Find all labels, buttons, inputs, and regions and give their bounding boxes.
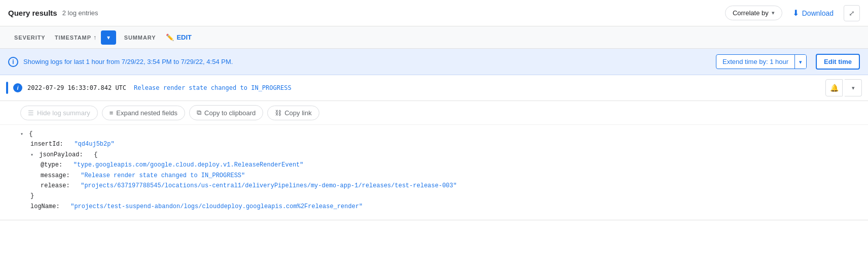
at-type-line: @type: "type.googleapis.com/google.cloud… — [20, 160, 860, 170]
insert-id-line: insertId: "qd4uj5b2p" — [20, 139, 860, 149]
edit-columns-button[interactable]: ✏️ EDIT — [161, 31, 197, 43]
log-name-line: logName: "projects/test-suspend-abandon/… — [20, 202, 860, 212]
edit-time-button[interactable]: Edit time — [816, 54, 860, 70]
message-line: message: "Release render state changed t… — [20, 171, 860, 181]
bookmark-icon: 🔔 — [830, 84, 839, 92]
link-icon: ⛓ — [275, 109, 281, 117]
expand-icon: ⤢ — [849, 9, 855, 17]
column-summary: SUMMARY — [124, 35, 156, 41]
expand-panel-button[interactable]: ⤢ — [844, 5, 860, 21]
extend-time-label[interactable]: Extend time by: 1 hour — [716, 55, 794, 69]
download-icon: ⬇ — [792, 8, 799, 18]
correlate-label: Correlate by — [733, 9, 769, 17]
copy-clipboard-button[interactable]: ⧉ Copy to clipboard — [189, 105, 263, 120]
column-severity: SEVERITY — [14, 35, 55, 41]
log-timestamp: 2022-07-29 16:33:07.842 UTC — [27, 84, 129, 91]
json-open-brace: ▾ { — [20, 129, 860, 139]
log-entry-row[interactable]: i 2022-07-29 16:33:07.842 UTC Release re… — [0, 75, 868, 101]
severity-info-icon: i — [13, 83, 22, 92]
info-banner-text: Showing logs for last 1 hour from 7/29/2… — [23, 58, 711, 65]
json-payload-line: ▾ jsonPayload: { — [20, 150, 860, 160]
download-label: Download — [802, 9, 834, 17]
extend-time-button[interactable]: Extend time by: 1 hour — [716, 54, 807, 69]
page-title: Query results — [8, 9, 57, 17]
info-banner: i Showing logs for last 1 hour from 7/29… — [0, 49, 868, 75]
json-payload-close: } — [20, 191, 860, 201]
correlate-by-button[interactable]: Correlate by — [725, 6, 782, 20]
column-timestamp: TIMESTAMP — [55, 34, 97, 41]
sort-asc-icon[interactable] — [93, 34, 97, 41]
hide-summary-button[interactable]: ☰ Hide log summary — [20, 106, 98, 120]
chevron-down-icon — [772, 10, 775, 16]
hide-summary-icon: ☰ — [28, 109, 34, 117]
log-action-buttons: 🔔 — [825, 79, 862, 96]
bookmark-button[interactable]: 🔔 — [825, 79, 843, 96]
edit-icon: ✏️ — [166, 34, 174, 41]
entry-dropdown-button[interactable] — [845, 79, 862, 96]
log-count: 2 log entries — [62, 9, 98, 17]
column-header-row: SEVERITY TIMESTAMP SUMMARY ✏️ EDIT — [0, 26, 868, 49]
json-content-area: ▾ { insertId: "qd4uj5b2p" ▾ jsonPayload:… — [0, 125, 868, 220]
severity-bar — [6, 82, 8, 94]
copy-icon: ⧉ — [197, 109, 201, 117]
timestamp-format-button[interactable] — [101, 30, 116, 45]
copy-link-button[interactable]: ⛓ Copy link — [267, 106, 319, 120]
release-line: release: "projects/637197788545/location… — [20, 181, 860, 191]
extend-time-dropdown-icon[interactable] — [794, 55, 806, 69]
collapse-icon[interactable]: ▾ — [20, 131, 23, 137]
expand-nested-icon: ≡ — [110, 109, 114, 117]
info-icon: i — [8, 57, 18, 67]
chevron-down-icon — [107, 34, 110, 41]
log-detail-area: ☰ Hide log summary ≡ Expand nested field… — [0, 101, 868, 220]
download-button[interactable]: ⬇ Download — [792, 8, 834, 18]
log-summary: Release render state changed to IN_PROGR… — [134, 84, 820, 91]
expand-nested-button[interactable]: ≡ Expand nested fields — [102, 106, 185, 120]
header-bar: Query results 2 log entries Correlate by… — [0, 0, 868, 26]
collapse-payload-icon[interactable]: ▾ — [30, 152, 33, 158]
chevron-down-icon — [852, 85, 855, 91]
action-buttons-row: ☰ Hide log summary ≡ Expand nested field… — [0, 101, 868, 125]
